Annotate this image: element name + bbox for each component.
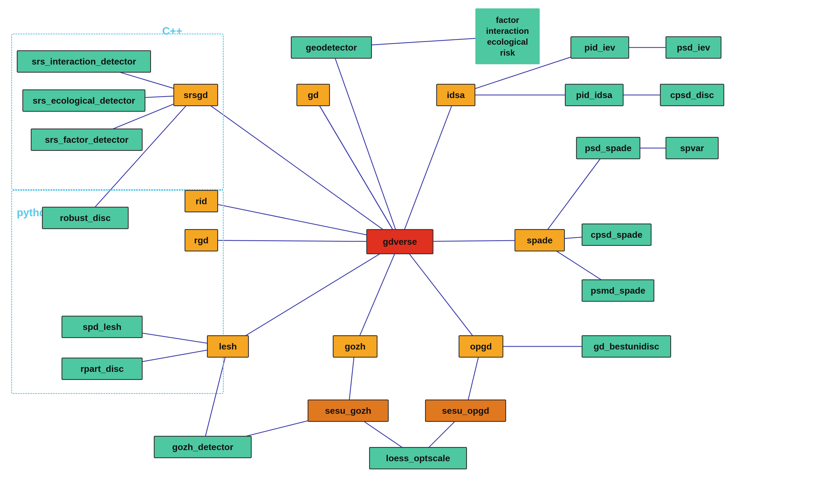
node-gozh_detector: gozh_detector [154,436,252,458]
node-spade: spade [514,229,565,251]
svg-line-21 [331,47,400,242]
cpp-box-label: C++ [162,25,182,37]
node-gd: gd [296,84,330,106]
node-spd_lesh: spd_lesh [61,316,142,338]
svg-line-4 [228,242,400,346]
node-srs_interaction_detector: srs_interaction_detector [17,50,151,73]
node-pid_iev: pid_iev [570,36,629,59]
node-idsa: idsa [436,84,475,106]
node-factor_interaction_ecological_risk: factor interaction ecological risk [475,8,540,64]
node-opgd: opgd [459,335,503,358]
node-gdverse: gdverse [366,229,433,254]
svg-line-2 [400,95,456,242]
node-psmd_spade: psmd_spade [581,279,654,302]
node-geodetector: geodetector [291,36,372,59]
node-spvar: spvar [666,137,719,159]
node-gozh: gozh [333,335,378,358]
node-gd_bestunidisc: gd_bestunidisc [581,335,671,358]
node-rpart_disc: rpart_disc [61,358,142,380]
node-srs_ecological_detector: srs_ecological_detector [22,89,145,112]
node-rgd: rgd [184,229,218,251]
node-rid: rid [184,190,218,212]
node-srs_factor_detector: srs_factor_detector [31,129,142,151]
node-srsgd: srsgd [173,84,218,106]
node-loess_optscale: loess_optscale [369,447,467,469]
svg-line-0 [196,95,400,242]
graph-container: C++pythongdversesrsgdgdidsaspadeleshgozh… [0,0,814,504]
svg-line-1 [313,95,400,242]
node-lesh: lesh [207,335,249,358]
node-cpsd_disc: cpsd_disc [660,84,724,106]
node-psd_iev: psd_iev [666,36,722,59]
node-pid_idsa: pid_idsa [565,84,624,106]
node-robust_disc: robust_disc [42,207,129,229]
node-sesu_opgd: sesu_opgd [425,400,506,422]
svg-line-6 [400,242,481,346]
node-psd_spade: psd_spade [576,137,640,159]
svg-line-5 [355,242,400,346]
node-cpsd_spade: cpsd_spade [581,224,652,246]
node-sesu_gozh: sesu_gozh [308,400,389,422]
svg-line-32 [313,95,400,242]
